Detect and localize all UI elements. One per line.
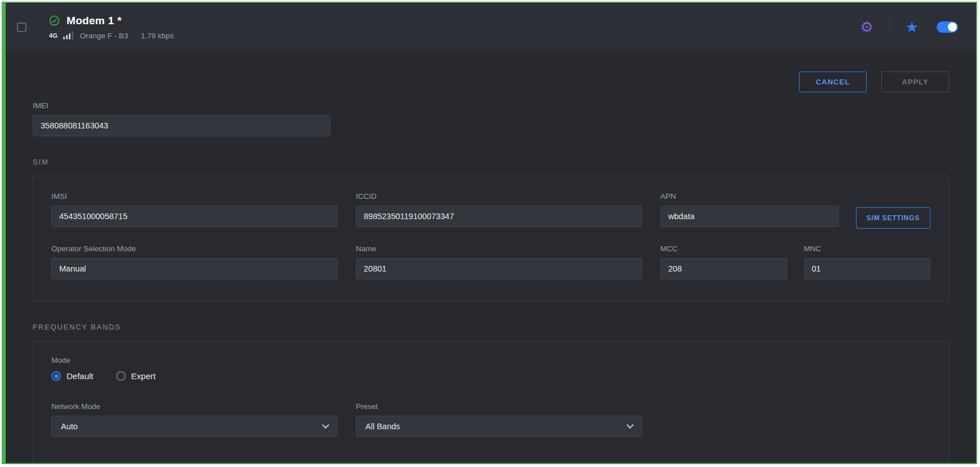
radio-icon — [116, 371, 126, 381]
network-mode-field: Network Mode Auto — [51, 402, 338, 437]
sim-section-label: SIM — [33, 158, 949, 166]
imei-label: IMEI — [33, 101, 330, 110]
toggle-knob — [948, 23, 957, 32]
imsi-field: IMSI — [51, 192, 338, 229]
mcc-input[interactable] — [660, 258, 787, 279]
settings-gear-icon[interactable]: ⚙ — [860, 20, 873, 34]
mnc-field: MNC — [804, 244, 931, 279]
mcc-field: MCC — [660, 244, 787, 279]
modem-settings-form: CANCEL APPLY IMEI SIM IMSI ICCID A — [6, 72, 976, 464]
chevron-down-icon — [626, 421, 634, 429]
apn-input[interactable] — [660, 206, 839, 227]
sim-settings-button[interactable]: SIM SETTINGS — [856, 207, 930, 229]
operator-mode-label: Operator Selection Mode — [51, 244, 338, 253]
select-checkbox[interactable] — [17, 23, 27, 32]
mnc-label: MNC — [804, 244, 931, 253]
mnc-input[interactable] — [804, 258, 931, 279]
apn-label: APN — [660, 192, 839, 201]
sim-panel: IMSI ICCID APN SIM SETTINGS — [33, 176, 949, 301]
iccid-field: ICCID — [356, 192, 642, 229]
iccid-input[interactable] — [356, 206, 642, 227]
apply-button[interactable]: APPLY — [881, 72, 949, 92]
imsi-input[interactable] — [51, 206, 338, 227]
dot-separator: · — [133, 32, 136, 40]
mode-label: Mode — [51, 356, 930, 364]
name-label: Name — [356, 244, 642, 253]
iccid-label: ICCID — [356, 192, 642, 201]
operator-label: Orange F - B3 — [80, 32, 129, 40]
header-divider — [889, 19, 890, 35]
imei-input[interactable] — [33, 115, 330, 136]
mode-radio-expert[interactable]: Expert — [116, 371, 156, 381]
name-input[interactable] — [356, 258, 642, 279]
apn-field: APN — [660, 192, 839, 229]
radio-icon — [51, 371, 61, 381]
band-selects-row: Network Mode Auto Preset All Bands — [51, 402, 930, 437]
header-actions: ⚙ ★ — [860, 19, 958, 35]
imei-field: IMEI — [33, 101, 330, 136]
name-field: Name — [356, 244, 642, 279]
speed-label: 1.79 kbps — [141, 32, 174, 40]
modem-header-info: Modem 1 * 4G Orange F - B3 · 1.79 kbps — [49, 15, 174, 40]
apn-row: APN SIM SETTINGS — [660, 192, 930, 229]
network-type-label: 4G — [49, 32, 58, 39]
preset-field: Preset All Bands — [356, 402, 642, 437]
mcc-mnc-row: MCC MNC — [660, 244, 930, 279]
modem-title: Modem 1 * — [67, 15, 122, 27]
radio-label: Default — [67, 371, 94, 381]
network-mode-select[interactable]: Auto — [51, 416, 338, 437]
preset-value: All Bands — [365, 422, 400, 431]
operator-mode-input[interactable] — [51, 258, 338, 279]
status-ok-icon — [49, 15, 60, 26]
network-mode-label: Network Mode — [51, 402, 338, 411]
mode-radio-default[interactable]: Default — [51, 371, 94, 381]
mcc-label: MCC — [660, 244, 787, 253]
preset-label: Preset — [356, 402, 642, 411]
chevron-down-icon — [322, 421, 329, 429]
cancel-button[interactable]: CANCEL — [799, 72, 867, 92]
modem-header: Modem 1 * 4G Orange F - B3 · 1.79 kbps ⚙… — [6, 3, 976, 51]
favorite-star-icon[interactable]: ★ — [906, 20, 919, 34]
frequency-bands-panel: Mode Default Expert Network Mode Auto — [33, 341, 949, 464]
radio-label: Expert — [131, 371, 156, 381]
signal-strength-icon — [63, 32, 73, 39]
mode-radio-group: Default Expert — [51, 371, 930, 381]
network-mode-value: Auto — [61, 422, 78, 431]
frequency-bands-section-label: FREQUENCY BANDS — [33, 323, 949, 331]
enable-toggle[interactable] — [937, 21, 958, 33]
modem-card: Modem 1 * 4G Orange F - B3 · 1.79 kbps ⚙… — [2, 2, 977, 464]
imsi-label: IMSI — [51, 192, 338, 201]
operator-mode-field: Operator Selection Mode — [51, 244, 338, 279]
preset-select[interactable]: All Bands — [356, 416, 642, 437]
form-actions: CANCEL APPLY — [33, 72, 949, 92]
